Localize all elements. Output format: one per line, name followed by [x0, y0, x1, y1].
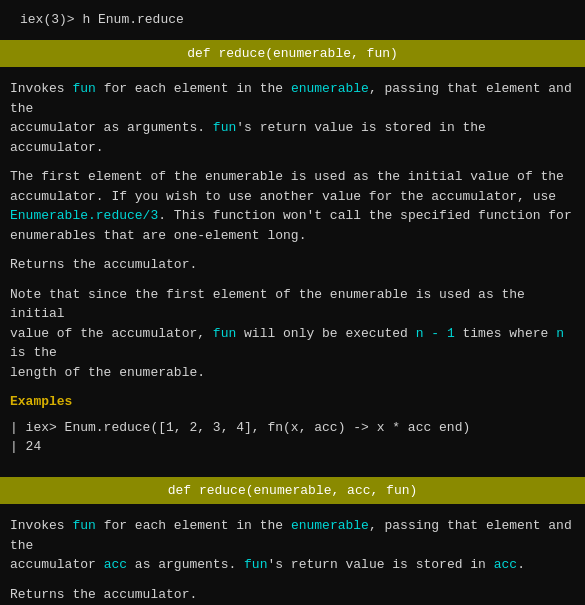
examples-header-1: Examples: [10, 392, 575, 412]
paragraph-1-3: Returns the accumulator.: [10, 255, 575, 275]
result-line-1: | 24: [10, 437, 575, 457]
keyword-n-minus-1: n - 1: [416, 326, 455, 341]
example-block-1: | iex> Enum.reduce([1, 2, 3, 4], fn(x, a…: [10, 418, 575, 457]
paragraph-1-1: Invokes fun for each element in the enum…: [10, 79, 575, 157]
paragraph-1-2: The first element of the enumerable is u…: [10, 167, 575, 245]
function-header-2: def reduce(enumerable, acc, fun): [0, 477, 585, 505]
keyword-acc-2: acc: [494, 557, 517, 572]
command-prompt: iex(3)> h Enum.reduce: [20, 12, 184, 27]
paragraph-1-4: Note that since the first element of the…: [10, 285, 575, 383]
example-line-1: | iex> Enum.reduce([1, 2, 3, 4], fn(x, a…: [10, 418, 575, 438]
doc-section-2: Invokes fun for each element in the enum…: [0, 512, 585, 605]
keyword-fun-1: fun: [72, 81, 95, 96]
keyword-fun-2: fun: [213, 120, 236, 135]
keyword-fun-5: fun: [244, 557, 267, 572]
terminal-window: iex(3)> h Enum.reduce def reduce(enumera…: [0, 8, 585, 605]
keyword-acc-1: acc: [104, 557, 127, 572]
keyword-n: n: [556, 326, 564, 341]
paragraph-2-1: Invokes fun for each element in the enum…: [10, 516, 575, 575]
paragraph-2-2: Returns the accumulator.: [10, 585, 575, 605]
keyword-enumerable-reduce: Enumerable.reduce/3: [10, 208, 158, 223]
doc-section-1: Invokes fun for each element in the enum…: [0, 75, 585, 473]
keyword-enumerable-2: enumerable: [291, 518, 369, 533]
command-line: iex(3)> h Enum.reduce: [10, 8, 575, 32]
keyword-fun-3: fun: [213, 326, 236, 341]
keyword-enumerable-1: enumerable: [291, 81, 369, 96]
keyword-fun-4: fun: [72, 518, 95, 533]
function-header-1: def reduce(enumerable, fun): [0, 40, 585, 68]
